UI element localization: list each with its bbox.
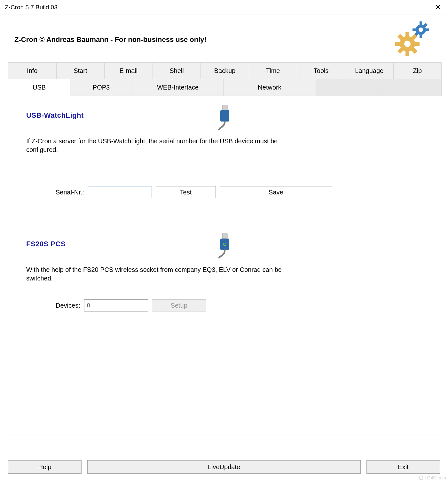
tab-web-interface[interactable]: WEB-Interface (132, 79, 224, 96)
svg-rect-2 (420, 34, 422, 38)
tab-network[interactable]: Network (223, 79, 316, 96)
devices-input[interactable] (84, 299, 148, 311)
tab-tools[interactable]: Tools (297, 62, 345, 79)
section-usb-watchlight: USB-WatchLight If Z-Cron a server for th… (26, 111, 423, 198)
watermark-small: LO4D.com (419, 475, 446, 480)
tab-zip[interactable]: Zip (393, 62, 442, 79)
tab-info[interactable]: Info (8, 62, 57, 79)
save-button[interactable]: Save (220, 186, 332, 198)
tab-filler (316, 79, 379, 96)
svg-rect-10 (405, 51, 409, 56)
tab-content-usb: LO4D.com USB-WatchLight (8, 96, 441, 435)
tab-shell[interactable]: Shell (153, 62, 201, 79)
titlebar: Z-Cron 5.7 Build 03 ✕ (0, 0, 448, 14)
svg-rect-18 (222, 105, 227, 110)
svg-rect-11 (395, 42, 400, 46)
tab-row-2: USB POP3 WEB-Interface Network (8, 79, 441, 96)
devices-row: Devices: Setup (26, 299, 423, 311)
client-area: Z-Cron © Andreas Baumann - For non-busin… (0, 14, 448, 441)
tab-email[interactable]: E-mail (104, 62, 153, 79)
section-desc-fs20: With the help of the FS20 PCS wireless s… (26, 265, 304, 283)
usb-icon (215, 105, 234, 131)
tab-time[interactable]: Time (249, 62, 297, 79)
header: Z-Cron © Andreas Baumann - For non-busin… (8, 19, 441, 60)
tab-filler (379, 79, 442, 96)
svg-rect-9 (405, 32, 409, 37)
test-button[interactable]: Test (156, 186, 216, 198)
serial-row: Serial-Nr.: Test Save (26, 186, 423, 198)
app-window: Z-Cron 5.7 Build 03 ✕ Z-Cron © Andreas B… (0, 0, 448, 481)
tab-language[interactable]: Language (345, 62, 394, 79)
serial-input[interactable] (88, 186, 152, 198)
section-fs20: FS20S PCS With the help of the FS20 PCS … (26, 240, 423, 311)
tabs: Info Start E-mail Shell Backup Time Tool… (8, 62, 441, 435)
usb-icon (215, 233, 234, 260)
tab-pop3[interactable]: POP3 (70, 79, 132, 96)
svg-rect-12 (414, 42, 420, 46)
svg-rect-3 (413, 28, 416, 31)
svg-point-17 (404, 41, 411, 47)
page-title: Z-Cron © Andreas Baumann - For non-busin… (14, 35, 207, 44)
svg-point-7 (419, 28, 423, 32)
help-button[interactable]: Help (8, 460, 82, 474)
close-icon[interactable]: ✕ (432, 3, 443, 12)
bottom-button-bar: Help LiveUpdate Exit (8, 460, 440, 474)
window-title: Z-Cron 5.7 Build 03 (5, 4, 58, 11)
tab-backup[interactable]: Backup (200, 62, 249, 79)
tab-usb[interactable]: USB (8, 79, 70, 96)
svg-rect-4 (425, 28, 429, 31)
liveupdate-button[interactable]: LiveUpdate (87, 460, 361, 474)
svg-rect-20 (222, 233, 227, 239)
tab-row-1: Info Start E-mail Shell Backup Time Tool… (8, 62, 441, 79)
exit-button[interactable]: Exit (366, 460, 440, 474)
svg-rect-1 (420, 21, 422, 25)
gears-icon (395, 21, 433, 58)
serial-label: Serial-Nr.: (56, 189, 84, 196)
section-title-fs20: FS20S PCS (26, 240, 66, 248)
section-title-watchlight: USB-WatchLight (26, 111, 84, 120)
svg-rect-19 (220, 110, 229, 122)
svg-rect-21 (220, 239, 229, 250)
section-desc-watchlight: If Z-Cron a server for the USB-WatchLigh… (26, 137, 304, 154)
tab-start[interactable]: Start (56, 62, 105, 79)
setup-button[interactable]: Setup (152, 299, 206, 311)
devices-label: Devices: (56, 302, 80, 309)
